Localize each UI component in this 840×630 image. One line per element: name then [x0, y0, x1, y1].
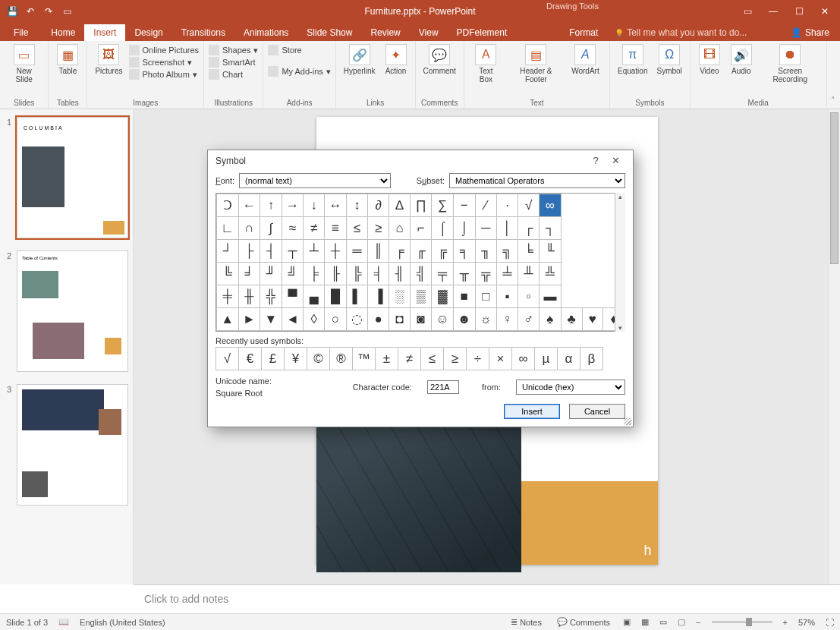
symbol-cell[interactable]: ☻	[453, 308, 475, 331]
symbol-cell[interactable]: ▌	[346, 285, 367, 308]
header-footer-button[interactable]: ▤Header & Footer	[506, 43, 566, 85]
subset-select[interactable]: Mathematical Operators	[449, 173, 625, 188]
symbol-cell[interactable]: ╖	[475, 240, 496, 263]
symbol-cell[interactable]: →	[282, 194, 304, 217]
symbol-cell[interactable]: ╨	[518, 263, 540, 285]
symbol-cell[interactable]: ▒	[411, 285, 432, 308]
symbol-cell[interactable]: ╪	[217, 285, 239, 308]
symbol-cell[interactable]: ╝	[282, 263, 304, 285]
symbol-cell[interactable]: ╡	[368, 263, 389, 285]
symbol-cell[interactable]: ⌠	[432, 217, 454, 240]
symbol-cell[interactable]: ╧	[496, 263, 518, 285]
hyperlink-button[interactable]: 🔗Hyperlink	[341, 43, 379, 77]
symbol-cell[interactable]: ╕	[453, 240, 475, 263]
store-button[interactable]: Store	[268, 44, 330, 56]
normal-view-icon[interactable]: ▣	[623, 617, 631, 627]
symbol-cell[interactable]: ╘	[518, 240, 540, 263]
tab-pdfelement[interactable]: PDFelement	[448, 24, 517, 41]
zoom-slider[interactable]	[712, 621, 772, 623]
symbol-cell[interactable]: □	[475, 285, 496, 308]
symbol-cell[interactable]: ←	[238, 194, 260, 217]
symbol-cell[interactable]: ╠	[346, 263, 367, 285]
symbol-cell[interactable]: ▼	[260, 308, 282, 331]
symbol-cell[interactable]: ┼	[325, 240, 347, 263]
symbol-cell[interactable]: ╦	[475, 263, 496, 285]
symbol-cell[interactable]: ╥	[453, 263, 475, 285]
resize-grip[interactable]	[624, 417, 631, 425]
dialog-titlebar[interactable]: Symbol ? ✕	[208, 150, 633, 171]
symbol-cell[interactable]: ▄	[304, 285, 325, 308]
tab-review[interactable]: Review	[361, 24, 409, 41]
slideshow-view-icon[interactable]: ▢	[678, 617, 685, 627]
symbol-cell[interactable]: Ↄ	[217, 194, 239, 217]
tab-transitions[interactable]: Transitions	[172, 24, 234, 41]
symbol-cell[interactable]: ∏	[411, 194, 432, 217]
online-pictures-button[interactable]: Online Pictures	[129, 44, 200, 56]
symbol-button[interactable]: ΩSymbol	[653, 43, 684, 77]
audio-button[interactable]: 🔊Audio	[727, 43, 756, 77]
maximize-icon[interactable]: ☐	[791, 6, 807, 17]
symbol-cell[interactable]: ╜	[260, 263, 282, 285]
pictures-button[interactable]: 🖼Pictures	[92, 43, 125, 77]
tab-slideshow[interactable]: Slide Show	[297, 24, 361, 41]
symbol-grid[interactable]: Ↄ←↑→↓↔↕∂∆∏∑−∕∙√∞∟∩∫≈≠≡≤≥⌂⌐⌠⌡─│┌┐┘├┤┬┴┼═║…	[216, 193, 625, 332]
symbol-cell[interactable]: ∟	[217, 217, 239, 240]
symbol-cell[interactable]: ┴	[304, 240, 325, 263]
save-icon[interactable]: 💾	[6, 5, 18, 17]
recent-symbol-cell[interactable]: ™	[353, 348, 376, 370]
scroll-down-icon[interactable]: ▾	[618, 324, 622, 332]
slide-thumbnails-panel[interactable]: 1 COLUMBIA 2 Table of Contents 3	[0, 109, 134, 584]
recent-symbol-cell[interactable]: β	[580, 348, 603, 370]
comment-button[interactable]: 💬Comment	[420, 43, 459, 77]
recent-symbol-cell[interactable]: µ	[535, 348, 558, 370]
recent-symbol-cell[interactable]: ×	[489, 348, 512, 370]
equation-button[interactable]: πEquation	[615, 43, 650, 77]
symbol-cell[interactable]: ♀	[496, 308, 518, 331]
symbol-cell[interactable]: ▫	[518, 285, 540, 308]
redo-icon[interactable]: ↷	[42, 5, 55, 17]
collapse-ribbon-icon[interactable]: ˄	[827, 41, 840, 109]
font-select[interactable]: (normal text)	[239, 173, 391, 188]
symbol-cell[interactable]: ∩	[238, 217, 260, 240]
scroll-up-icon[interactable]: ▴	[618, 193, 622, 200]
sorter-view-icon[interactable]: ▦	[641, 617, 649, 627]
symbol-cell[interactable]: ┬	[282, 240, 304, 263]
symbol-cell[interactable]: ╗	[496, 240, 518, 263]
symbol-cell[interactable]: ≥	[368, 217, 389, 240]
symbol-cell[interactable]: ∂	[368, 194, 389, 217]
tab-format[interactable]: Format	[560, 24, 607, 41]
symbol-cell[interactable]: ⌂	[389, 217, 411, 240]
new-slide-button[interactable]: ▭New Slide	[5, 43, 43, 85]
recent-symbol-cell[interactable]: ÷	[467, 348, 489, 370]
recent-symbol-cell[interactable]: £	[262, 348, 285, 370]
minimize-icon[interactable]: —	[766, 6, 781, 17]
symbol-cell[interactable]: ↕	[346, 194, 367, 217]
symbol-cell[interactable]: ║	[368, 240, 389, 263]
symbol-cell[interactable]: ○	[325, 308, 347, 331]
symbol-cell[interactable]: ╒	[389, 240, 411, 263]
symbol-cell[interactable]: ┌	[518, 217, 540, 240]
symbol-cell[interactable]: ♥	[582, 308, 603, 331]
photo-album-button[interactable]: Photo Album▾	[129, 68, 200, 80]
symbol-cell[interactable]: ─	[475, 217, 496, 240]
close-icon[interactable]: ✕	[817, 6, 832, 17]
symbol-cell[interactable]: ↑	[260, 194, 282, 217]
recent-symbol-cell[interactable]: ©	[307, 348, 330, 370]
symbol-cell[interactable]: ░	[389, 285, 411, 308]
tab-view[interactable]: View	[410, 24, 448, 41]
vertical-scrollbar[interactable]	[828, 109, 840, 584]
symbol-cell[interactable]: ☺	[432, 308, 454, 331]
symbol-cell[interactable]: ═	[346, 240, 367, 263]
symbol-cell[interactable]: ◊	[304, 308, 325, 331]
symbol-cell[interactable]: ╓	[411, 240, 432, 263]
notes-toggle[interactable]: ≣ Notes	[508, 617, 544, 627]
chart-button[interactable]: Chart	[209, 68, 258, 80]
zoom-out-icon[interactable]: −	[696, 618, 700, 627]
tab-insert[interactable]: Insert	[84, 24, 125, 41]
scrollbar-thumb[interactable]	[830, 112, 838, 264]
ribbon-options-icon[interactable]: ▭	[740, 6, 755, 17]
table-button[interactable]: ▦Table	[53, 43, 82, 77]
symbol-cell[interactable]: █	[325, 285, 347, 308]
symbol-cell[interactable]: ♠	[540, 308, 562, 331]
fit-to-window-icon[interactable]: ⛶	[826, 618, 834, 627]
